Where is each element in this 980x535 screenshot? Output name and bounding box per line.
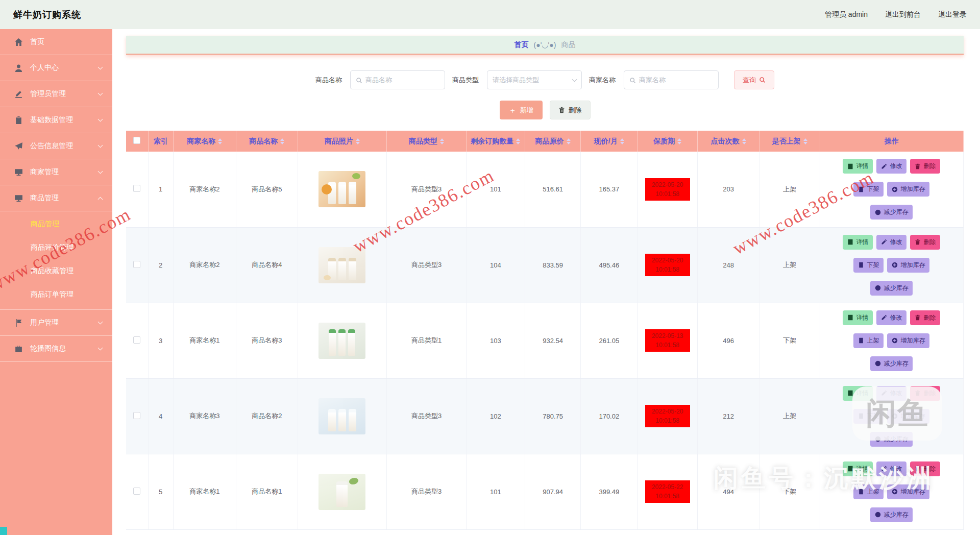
edit-button[interactable]: 修改 xyxy=(876,310,906,325)
circle-minus-icon xyxy=(875,209,881,215)
shelf-toggle-button[interactable]: 上架 xyxy=(853,484,884,499)
sidebar-item-基础数据管理[interactable]: 基础数据管理 xyxy=(0,107,112,133)
column-header[interactable]: 商品名称 xyxy=(236,131,298,152)
product-name-input[interactable] xyxy=(350,70,445,89)
detail-button[interactable]: 详情 xyxy=(843,310,873,325)
sort-caret-icon[interactable] xyxy=(567,138,571,144)
delete-row-button[interactable]: 删除 xyxy=(910,235,940,250)
sidebar-item-首页[interactable]: 首页 xyxy=(0,29,112,55)
breadcrumb-home[interactable]: 首页 xyxy=(514,40,529,50)
stock-add-button[interactable]: 增加库存 xyxy=(887,258,929,273)
row-checkbox[interactable] xyxy=(133,412,140,419)
pencil-icon xyxy=(881,466,887,472)
stock-add-button[interactable]: 增加库存 xyxy=(887,484,929,499)
sort-caret-icon[interactable] xyxy=(677,138,681,144)
stock-minus-button[interactable]: 减少库存 xyxy=(870,507,913,522)
add-button[interactable]: ＋ 新增 xyxy=(500,101,543,119)
query-button[interactable]: 查询 xyxy=(734,70,774,89)
document-icon xyxy=(858,337,864,344)
column-header[interactable]: 索引 xyxy=(148,131,173,152)
sort-caret-icon[interactable] xyxy=(356,138,360,144)
column-header[interactable]: 商品类型 xyxy=(387,131,467,152)
sort-caret-icon[interactable] xyxy=(440,138,444,144)
delete-row-button[interactable]: 删除 xyxy=(910,461,940,476)
trash-icon xyxy=(915,163,921,169)
column-header[interactable]: 商品原价 xyxy=(525,131,581,152)
chevron-down-icon xyxy=(98,117,103,122)
sort-caret-icon[interactable] xyxy=(620,138,624,144)
edit-button[interactable]: 修改 xyxy=(876,386,906,401)
detail-button[interactable]: 详情 xyxy=(843,235,873,250)
delete-button[interactable]: 删除 xyxy=(550,101,591,119)
cell-current-price: 261.05 xyxy=(599,337,619,345)
row-checkbox[interactable] xyxy=(133,336,140,344)
sidebar-item-用户管理[interactable]: 用户管理 xyxy=(0,310,112,336)
sort-caret-icon[interactable] xyxy=(516,138,520,144)
column-header[interactable]: 操作 xyxy=(820,131,963,152)
corner-artifact xyxy=(0,527,7,535)
sort-caret-icon[interactable] xyxy=(742,138,746,144)
column-header[interactable]: 商品照片 xyxy=(298,131,386,152)
column-header[interactable]: 现价/月 xyxy=(581,131,638,152)
expiry-badge: 2022-05-20 10:01:58 xyxy=(645,405,690,427)
logout-link[interactable]: 退出登录 xyxy=(938,10,967,19)
column-header[interactable]: 剩余订购数量 xyxy=(466,131,525,152)
cell-merchant: 商家名称2 xyxy=(189,261,219,269)
column-header[interactable]: 商家名称 xyxy=(173,131,236,152)
stock-minus-button[interactable]: 减少库存 xyxy=(870,432,913,447)
sort-caret-icon[interactable] xyxy=(803,138,807,144)
row-checkbox[interactable] xyxy=(133,185,140,192)
sidebar-subitem-商品评价管理[interactable]: 商品评价管理 xyxy=(0,236,112,259)
edit-button[interactable]: 修改 xyxy=(876,235,906,250)
delete-row-button[interactable]: 删除 xyxy=(910,386,940,401)
shelf-toggle-button[interactable]: 下架 xyxy=(853,409,884,424)
stock-add-button[interactable]: 增加库存 xyxy=(887,333,929,348)
sidebar-subitem-商品收藏管理[interactable]: 商品收藏管理 xyxy=(0,259,112,283)
sidebar-item-icon xyxy=(14,168,23,177)
row-checkbox[interactable] xyxy=(133,261,140,268)
shelf-toggle-button[interactable]: 下架 xyxy=(853,258,884,273)
document-icon xyxy=(858,262,864,268)
select-placeholder: 请选择商品类型 xyxy=(493,76,539,85)
cell-merchant: 商家名称1 xyxy=(189,488,219,495)
chevron-down-icon xyxy=(98,169,103,174)
stock-minus-button[interactable]: 减少库存 xyxy=(870,205,913,220)
select-all-checkbox[interactable] xyxy=(133,137,140,144)
stock-minus-button[interactable]: 减少库存 xyxy=(870,281,913,296)
detail-button[interactable]: 详情 xyxy=(843,461,873,476)
column-header[interactable]: 点击次数 xyxy=(698,131,760,152)
sort-caret-icon[interactable] xyxy=(218,138,222,144)
sidebar-subitem-商品管理[interactable]: 商品管理 xyxy=(0,212,112,236)
delete-row-button[interactable]: 删除 xyxy=(910,159,940,174)
cell-type: 商品类型3 xyxy=(411,488,442,495)
edit-button[interactable]: 修改 xyxy=(876,461,906,476)
sidebar-item-管理员管理[interactable]: 管理员管理 xyxy=(0,81,112,107)
sort-caret-icon[interactable] xyxy=(280,138,284,144)
sidebar-item-label: 基础数据管理 xyxy=(30,115,99,125)
row-checkbox[interactable] xyxy=(133,488,140,495)
sidebar-item-商家管理[interactable]: 商家管理 xyxy=(0,159,112,185)
product-type-select[interactable]: 请选择商品类型 xyxy=(487,70,582,89)
document-icon xyxy=(858,186,864,192)
merchant-name-input[interactable] xyxy=(624,70,719,89)
detail-button[interactable]: 详情 xyxy=(843,386,873,401)
sidebar-item-商品管理[interactable]: 商品管理 xyxy=(0,185,112,211)
stock-minus-button[interactable]: 减少库存 xyxy=(870,356,913,371)
sidebar-subitem-商品订单管理[interactable]: 商品订单管理 xyxy=(0,283,112,306)
column-header[interactable]: 是否上架 xyxy=(760,131,820,152)
delete-row-button[interactable]: 删除 xyxy=(910,310,940,325)
exit-to-front-link[interactable]: 退出到前台 xyxy=(885,10,921,19)
product-table: 索引 商家名称 商品名称 商品照片 商品类型 剩余订购数量 xyxy=(126,131,964,530)
column-header[interactable]: 保质期 xyxy=(638,131,698,152)
cell-original-price: 516.61 xyxy=(543,185,563,193)
edit-button[interactable]: 修改 xyxy=(876,159,906,174)
shelf-toggle-button[interactable]: 下架 xyxy=(853,182,884,197)
sidebar-item-公告信息管理[interactable]: 公告信息管理 xyxy=(0,133,112,159)
stock-add-button[interactable]: 增加库存 xyxy=(887,182,929,197)
stock-add-button[interactable]: 增加库存 xyxy=(887,409,929,424)
product-name-label: 商品名称 xyxy=(315,76,342,85)
shelf-toggle-button[interactable]: 上架 xyxy=(853,333,884,348)
sidebar-item-轮播图信息[interactable]: 轮播图信息 xyxy=(0,336,112,362)
sidebar-item-个人中心[interactable]: 个人中心 xyxy=(0,55,112,81)
detail-button[interactable]: 详情 xyxy=(843,159,873,174)
